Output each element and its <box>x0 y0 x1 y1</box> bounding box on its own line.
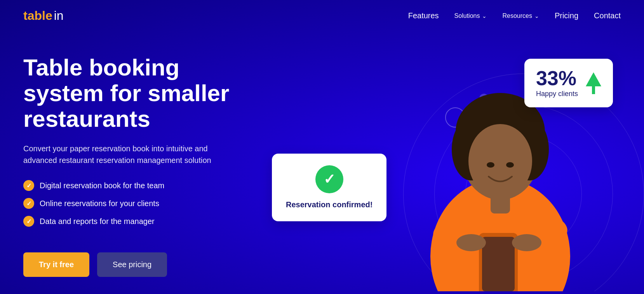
svg-point-5 <box>468 124 532 198</box>
svg-rect-14 <box>491 194 510 214</box>
stats-label: Happy clients <box>536 90 578 98</box>
svg-point-7 <box>506 162 514 168</box>
feature-item-3: Data and reports for the manager <box>23 216 264 227</box>
logo-table: table <box>23 9 52 23</box>
main-content: Table booking system for smaller restaur… <box>0 32 644 291</box>
resources-chevron-icon: ⌄ <box>534 13 539 19</box>
svg-point-6 <box>487 162 494 168</box>
see-pricing-button[interactable]: See pricing <box>97 252 167 277</box>
svg-rect-9 <box>482 237 515 291</box>
nav-contact[interactable]: Contact <box>594 11 621 20</box>
svg-point-13 <box>512 234 541 251</box>
nav-resources-label: Resources <box>502 12 532 19</box>
check-icon-1 <box>23 180 34 191</box>
logo[interactable]: table in <box>23 9 64 23</box>
header: table in Features Solutions ⌄ Resources … <box>0 0 644 32</box>
feature-item-1: Digital reservation book for the team <box>23 180 264 191</box>
nav-features[interactable]: Features <box>408 11 439 20</box>
nav-pricing[interactable]: Pricing <box>555 11 578 20</box>
nav-solutions-label: Solutions <box>454 12 480 19</box>
navigation: Features Solutions ⌄ Resources ⌄ Pricing… <box>408 11 621 20</box>
reservation-card: Reservation confirmed! <box>272 154 386 221</box>
hero-left: Table booking system for smaller restaur… <box>23 47 264 291</box>
features-list: Digital reservation book for the team On… <box>23 180 264 234</box>
logo-in: in <box>54 9 64 23</box>
hero-right: Reservation confirmed! 33% Happy clients <box>264 47 621 291</box>
reservation-text: Reservation confirmed! <box>286 200 372 210</box>
feature-label-3: Data and reports for the manager <box>40 217 155 226</box>
check-icon-2 <box>23 198 34 209</box>
hero-subtitle: Convert your paper reservation book into… <box>23 143 233 166</box>
stats-percent: 33% <box>536 68 578 88</box>
nav-resources[interactable]: Resources ⌄ <box>502 12 539 19</box>
reservation-check-icon <box>315 165 343 193</box>
stats-arrow-icon <box>586 72 601 94</box>
check-icon-3 <box>23 216 34 227</box>
svg-point-12 <box>456 234 486 251</box>
feature-label-2: Online reservations for your clients <box>40 199 159 208</box>
try-free-button[interactable]: Try it free <box>23 252 89 277</box>
nav-solutions[interactable]: Solutions ⌄ <box>454 12 487 19</box>
solutions-chevron-icon: ⌄ <box>482 13 487 19</box>
feature-item-2: Online reservations for your clients <box>23 198 264 209</box>
cta-buttons: Try it free See pricing <box>23 252 264 277</box>
stats-card: 33% Happy clients <box>524 59 613 107</box>
feature-label-1: Digital reservation book for the team <box>40 181 164 190</box>
hero-heading: Table booking system for smaller restaur… <box>23 55 241 132</box>
